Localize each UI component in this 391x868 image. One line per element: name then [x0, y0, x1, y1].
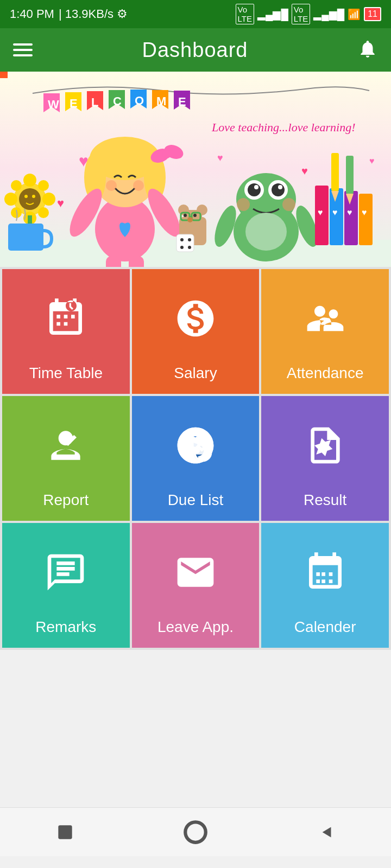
report-icon — [44, 424, 87, 467]
attendance-button[interactable]: Attendance — [261, 269, 389, 394]
svg-marker-96 — [323, 827, 331, 837]
svg-point-69 — [237, 198, 250, 211]
svg-text:O: O — [135, 94, 144, 107]
svg-point-60 — [188, 246, 191, 249]
leaveapp-label: Leave App. — [157, 618, 234, 636]
svg-text:♥: ♥ — [301, 165, 308, 177]
back-icon — [316, 822, 336, 843]
salary-label: Salary — [174, 365, 217, 382]
svg-text:Love teaching...love learning!: Love teaching...love learning! — [211, 120, 356, 134]
notification-button[interactable] — [357, 39, 378, 61]
vo-lte-icon2: VoLTE — [292, 4, 310, 24]
calender-icon — [304, 551, 347, 594]
svg-rect-56 — [176, 234, 194, 252]
calender-button[interactable]: Calender — [261, 523, 389, 648]
svg-text:L: L — [91, 95, 98, 109]
svg-text:♥: ♥ — [332, 208, 338, 217]
svg-point-40 — [106, 180, 117, 191]
svg-text:♥: ♥ — [79, 152, 89, 170]
svg-rect-77 — [359, 194, 373, 245]
topbar: Dashboard — [0, 28, 391, 72]
svg-text:♥: ♥ — [318, 208, 323, 217]
timetable-label: Time Table — [29, 365, 103, 382]
result-icon — [304, 424, 347, 467]
page-title: Dashboard — [142, 39, 248, 62]
recent-apps-icon — [55, 822, 75, 843]
svg-point-41 — [133, 180, 144, 191]
svg-text:♥: ♥ — [362, 208, 367, 217]
battery-icon: 11 — [364, 7, 381, 21]
svg-point-53 — [184, 214, 187, 217]
svg-point-18 — [23, 174, 36, 187]
result-label: Result — [304, 492, 346, 509]
timetable-icon-wrap — [44, 279, 87, 358]
svg-rect-45 — [129, 256, 144, 267]
svg-point-21 — [42, 193, 55, 206]
svg-point-24 — [11, 207, 22, 218]
duelist-label: Due List — [168, 492, 224, 509]
attendance-label: Attendance — [287, 365, 364, 382]
svg-point-59 — [180, 246, 184, 249]
home-button[interactable] — [176, 813, 215, 851]
signal-bars2: ▂▄▆█ — [313, 8, 344, 21]
svg-point-26 — [19, 188, 41, 210]
back-button[interactable] — [307, 813, 345, 851]
svg-text:♥: ♥ — [347, 208, 352, 217]
duelist-icon — [174, 424, 217, 467]
svg-rect-84 — [0, 72, 8, 78]
svg-point-67 — [254, 185, 258, 189]
svg-rect-31 — [8, 224, 43, 251]
timetable-icon — [44, 297, 87, 340]
result-icon-wrap — [304, 406, 347, 485]
svg-point-23 — [38, 180, 49, 191]
svg-point-70 — [282, 198, 295, 211]
timetable-button[interactable]: Time Table — [2, 269, 130, 394]
status-bar: 1:40 PM | 13.9KB/s ⚙ VoLTE ▂▄▆█ VoLTE ▂▄… — [0, 0, 391, 28]
dashboard-grid: Time Table Salary Attendance Report — [0, 267, 391, 650]
svg-text:E: E — [70, 97, 78, 110]
footer-navigation — [0, 807, 391, 856]
remarks-icon-wrap — [44, 533, 87, 612]
svg-rect-82 — [331, 153, 339, 191]
svg-point-25 — [38, 207, 49, 218]
svg-point-20 — [4, 193, 17, 206]
svg-point-28 — [32, 195, 35, 198]
status-network: | 13.9KB/s ⚙ — [59, 7, 128, 21]
leaveapp-icon-wrap — [174, 533, 217, 612]
svg-text:W: W — [48, 98, 59, 111]
calender-label: Calender — [294, 618, 356, 636]
remarks-label: Remarks — [35, 618, 96, 636]
svg-point-68 — [278, 185, 282, 189]
svg-text:♥: ♥ — [57, 196, 64, 210]
status-time: 1:40 PM — [10, 7, 54, 21]
welcome-banner: W E L C O M E Love teaching...love learn… — [0, 72, 391, 267]
svg-rect-44 — [106, 256, 121, 267]
duelist-button[interactable]: Due List — [132, 396, 260, 521]
signal-bars: ▂▄▆█ — [257, 8, 288, 21]
leaveapp-icon — [174, 551, 217, 594]
attendance-icon-wrap — [304, 279, 347, 358]
wifi-icon: 📶 — [348, 8, 361, 21]
status-right: VoLTE ▂▄▆█ VoLTE ▂▄▆█ 📶 11 — [236, 4, 381, 24]
result-button[interactable]: Result — [261, 396, 389, 521]
hamburger-menu-button[interactable] — [13, 43, 33, 56]
report-button[interactable]: Report — [2, 396, 130, 521]
svg-point-48 — [178, 205, 189, 215]
svg-point-39 — [162, 150, 171, 158]
vo-lte-icon: VoLTE — [236, 4, 254, 24]
salary-button[interactable]: Salary — [132, 269, 260, 394]
leaveapp-button[interactable]: Leave App. — [132, 523, 260, 648]
svg-point-95 — [185, 822, 206, 843]
home-icon — [182, 819, 209, 846]
svg-text:E: E — [178, 95, 186, 108]
svg-rect-94 — [58, 825, 72, 839]
svg-point-27 — [24, 195, 28, 198]
svg-point-58 — [188, 238, 191, 241]
report-label: Report — [43, 492, 89, 509]
remarks-button[interactable]: Remarks — [2, 523, 130, 648]
recent-apps-button[interactable] — [46, 813, 84, 851]
svg-point-57 — [180, 238, 184, 241]
svg-point-65 — [248, 183, 261, 196]
svg-rect-85 — [346, 156, 354, 194]
svg-text:♥: ♥ — [369, 156, 375, 165]
